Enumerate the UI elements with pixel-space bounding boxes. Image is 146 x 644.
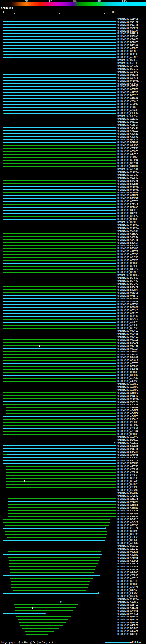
hit-row[interactable]: UniRef100_C5Z1D6: [0, 62, 146, 64]
alignment-track[interactable]: [3, 26, 116, 29]
hit-row[interactable]: UniRef100_B6K247: [0, 450, 146, 453]
alignment-track[interactable]: [3, 397, 116, 400]
hit-label[interactable]: UniRef100_B8N7M3: [118, 533, 138, 536]
hit-row[interactable]: UniRef100_Q4QYL5: [0, 335, 146, 338]
hit-row[interactable]: UniRef100_B4N306: [0, 179, 146, 182]
hit-row[interactable]: UniRef100_Q6EN75: [0, 88, 146, 91]
alignment-track[interactable]: [3, 536, 116, 539]
alignment-track[interactable]: [3, 276, 116, 280]
hit-row[interactable]: UniRef100_B4DVG7: [0, 197, 146, 200]
alignment-track[interactable]: [3, 382, 116, 386]
hit-label[interactable]: UniRef100_C8BNT5: [118, 600, 138, 603]
hit-label[interactable]: UniRef100_Q6CQM3: [118, 512, 138, 515]
hit-row[interactable]: UniRef100_B5F3P8: [0, 285, 146, 288]
hit-row[interactable]: UniRef100_O42064: [0, 97, 146, 100]
alignment-track[interactable]: [3, 338, 116, 341]
hit-label[interactable]: UniRef100_Q58TY8: [118, 200, 138, 203]
hit-label[interactable]: UniRef100_A7QDZ9: [118, 47, 138, 50]
alignment-track[interactable]: [3, 70, 116, 73]
hit-label[interactable]: UniRef100_B2WK16: [118, 438, 138, 441]
hit-row[interactable]: UniRef100_B8MBP1: [0, 515, 146, 518]
hit-row[interactable]: UniRef100_B5F3P9: [0, 282, 146, 285]
alignment-track[interactable]: [3, 492, 116, 494]
hit-label[interactable]: UniRef100_B8NPM6: [118, 530, 138, 532]
hit-row[interactable]: UniRef100_A6YM74: [0, 412, 146, 415]
hit-row[interactable]: UniRef100_C0H748: [0, 238, 146, 241]
hit-label[interactable]: UniRef100_Q3LIS0: [118, 256, 138, 258]
hit-label[interactable]: UniRef100_C5JLS3: [118, 536, 138, 538]
hit-row[interactable]: UniRef100_Q4WT16: [0, 153, 146, 156]
hit-label[interactable]: UniRef100_Q4N4E2: [118, 630, 138, 632]
alignment-track[interactable]: [3, 391, 116, 394]
hit-row[interactable]: UniRef100_A3GFN6: [0, 324, 146, 327]
hit-label[interactable]: UniRef100_C0CLS1: [118, 427, 138, 430]
hit-label[interactable]: UniRef100_A7RCY3: [118, 321, 138, 324]
alignment-track[interactable]: [3, 241, 116, 244]
hit-row[interactable]: UniRef100_Q6P8F0: [0, 150, 146, 153]
alignment-track[interactable]: [3, 79, 116, 82]
hit-row[interactable]: UniRef100_A0BYL2: [0, 603, 146, 606]
alignment-track[interactable]: [3, 150, 116, 153]
hit-row[interactable]: UniRef100_A9ZTX2: [0, 250, 146, 253]
hit-row[interactable]: UniRef100_B3RMI3: [0, 271, 146, 274]
hit-row[interactable]: UniRef100_A5M507: [0, 377, 146, 380]
hit-label[interactable]: UniRef100_Q5PPN4: [118, 159, 138, 162]
hit-row[interactable]: UniRef100_C0H6H2: [0, 235, 146, 238]
hit-label[interactable]: UniRef100_UPI000...: [118, 262, 142, 264]
hit-row[interactable]: UniRef100_Q0MUE8: [0, 220, 146, 224]
alignment-track[interactable]: [3, 447, 116, 450]
hit-label[interactable]: UniRef100_A9PCT0: [118, 76, 138, 79]
hit-label[interactable]: UniRef100_A7P133: [118, 65, 138, 67]
hit-label[interactable]: UniRef100_B9W9B1: [118, 356, 138, 359]
hit-label[interactable]: UniRef100_Q9FEZ7: [118, 215, 138, 218]
hit-row[interactable]: UniRef100_B6TGT0: [0, 41, 146, 44]
alignment-track[interactable]: [3, 324, 116, 327]
alignment-track[interactable]: [3, 497, 116, 500]
hit-row[interactable]: UniRef100_P29766: [0, 23, 146, 26]
hit-label[interactable]: UniRef100_P29766: [118, 24, 138, 26]
alignment-track[interactable]: [3, 344, 116, 347]
hit-label[interactable]: UniRef100_UPI000...: [118, 218, 142, 220]
alignment-track[interactable]: [3, 224, 116, 226]
hit-label[interactable]: UniRef100_A9XAD3: [118, 109, 138, 112]
hit-row[interactable]: UniRef100_B5DGW7: [0, 244, 146, 247]
hit-label[interactable]: UniRef100_Q0CK80: [118, 550, 138, 553]
hit-row[interactable]: UniRef100_Q4Y4U6: [0, 621, 146, 624]
hit-label[interactable]: UniRef100_C0PQ20: [118, 100, 138, 102]
hit-label[interactable]: UniRef100_Q6P8F0: [118, 150, 138, 152]
hit-row[interactable]: UniRef100_A6YM79: [0, 386, 146, 388]
hit-row[interactable]: UniRef100_Q2XTD6: [0, 20, 146, 23]
hit-row[interactable]: UniRef100_A6YM72: [0, 391, 146, 394]
alignment-track[interactable]: [3, 386, 116, 388]
hit-label[interactable]: UniRef100_A6YM52: [118, 383, 138, 385]
hit-label[interactable]: UniRef100_C1BKP9: [118, 232, 138, 235]
hit-label[interactable]: UniRef100_Q4GXL4: [118, 348, 138, 350]
hit-label[interactable]: UniRef100_B9RPL9: [118, 32, 138, 35]
hit-label[interactable]: UniRef100_C4YCU4: [118, 368, 138, 370]
alignment-track[interactable]: [3, 280, 116, 282]
alignment-track[interactable]: [3, 603, 116, 606]
hit-row[interactable]: UniRef100_C0CLS0: [0, 474, 146, 477]
hit-label[interactable]: UniRef100_Q1HR32: [118, 374, 138, 376]
hit-label[interactable]: UniRef100_B4F9R4: [118, 44, 138, 46]
hit-label[interactable]: UniRef100_B5F3P8: [118, 286, 138, 288]
alignment-track[interactable]: [3, 20, 116, 23]
hit-label[interactable]: UniRef100_Q4GXL3: [118, 209, 138, 212]
hit-label[interactable]: UniRef100_P46266: [118, 74, 138, 76]
hit-row[interactable]: UniRef100_B0CLR8: [0, 444, 146, 447]
hit-row[interactable]: UniRef100_A6YM52: [0, 382, 146, 386]
hit-label[interactable]: UniRef100_B0E639: [118, 539, 138, 542]
alignment-track[interactable]: [3, 56, 116, 59]
hit-label[interactable]: UniRef100_B5DGW7: [118, 244, 138, 247]
alignment-track[interactable]: [3, 159, 116, 162]
alignment-track[interactable]: [3, 129, 116, 132]
hit-label[interactable]: UniRef100_B8MBP1: [118, 516, 138, 518]
hit-row[interactable]: UniRef100_Q29F40: [0, 176, 146, 179]
hit-label[interactable]: UniRef100_Q6EN75: [118, 88, 138, 91]
hit-label[interactable]: UniRef100_B6KDV5: [118, 627, 138, 630]
hit-label[interactable]: UniRef100_B8PII0: [118, 460, 138, 462]
alignment-track[interactable]: [3, 544, 116, 547]
hit-label[interactable]: UniRef100_A9Q304: [118, 430, 138, 432]
hit-label[interactable]: UniRef100_Q68S28: [118, 309, 138, 312]
hit-label[interactable]: UniRef100_A0FIU6: [118, 174, 138, 176]
